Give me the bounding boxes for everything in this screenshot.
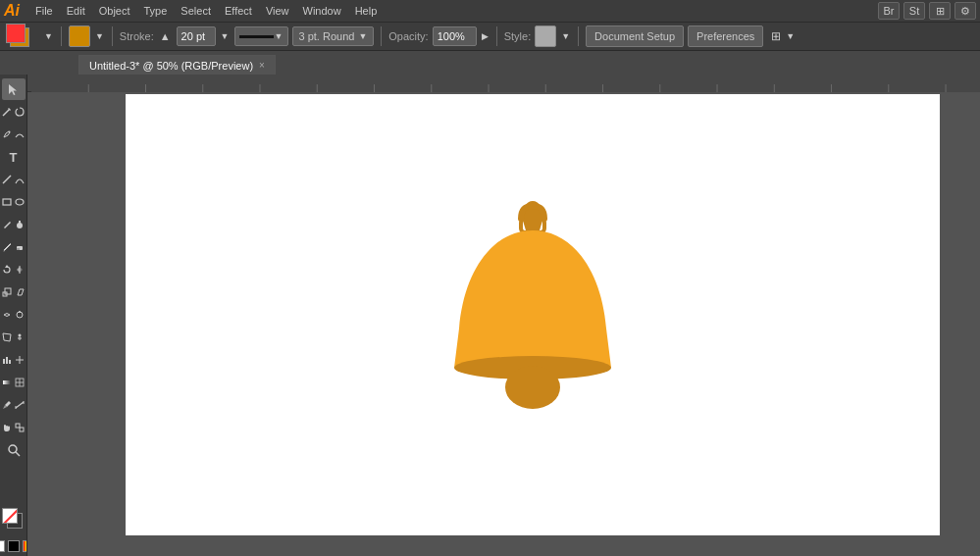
stroke-cap-selector[interactable]: 3 pt. Round ▼ xyxy=(292,26,375,46)
menu-help[interactable]: Help xyxy=(349,3,384,19)
tool-zoom[interactable] xyxy=(2,439,26,461)
style-arrow[interactable]: ▼ xyxy=(560,31,571,41)
stock-icon-btn[interactable]: St xyxy=(903,2,925,20)
tool-eraser[interactable] xyxy=(14,236,26,258)
stroke-value-input[interactable] xyxy=(177,26,216,46)
style-label: Style: xyxy=(504,30,532,42)
tool-pair-pen xyxy=(1,124,26,145)
arrange-icon[interactable]: ⊞ xyxy=(771,29,781,43)
svg-rect-28 xyxy=(3,380,11,384)
stroke-unit-arrow[interactable]: ▼ xyxy=(220,31,231,41)
document-tab[interactable]: Untitled-3* @ 50% (RGB/Preview) × xyxy=(78,55,276,75)
color-mode-row xyxy=(0,540,27,552)
bell-illustration xyxy=(435,191,631,438)
tool-free-distort[interactable] xyxy=(1,327,13,348)
tool-selection[interactable] xyxy=(2,78,26,100)
fill-stroke-swatch-stack[interactable] xyxy=(0,506,27,533)
tool-measure[interactable] xyxy=(14,394,26,416)
none-color-btn[interactable] xyxy=(0,540,5,552)
tool-mesh[interactable] xyxy=(14,372,26,393)
svg-rect-9 xyxy=(17,248,20,250)
tool-puppet-warp[interactable] xyxy=(14,327,26,348)
tool-pair-scale xyxy=(1,281,26,303)
arrange-arrow[interactable]: ▼ xyxy=(785,31,796,41)
color-swatches xyxy=(0,502,26,556)
bridge-icon-btn[interactable]: Br xyxy=(878,2,900,20)
fill-stroke-arrow[interactable]: ▼ xyxy=(43,31,54,41)
tool-type[interactable]: T xyxy=(2,146,26,168)
svg-rect-23 xyxy=(3,359,5,364)
workspace-icon-btn[interactable]: ⊞ xyxy=(929,2,951,20)
fill-stroke-indicator[interactable] xyxy=(6,24,35,49)
tool-graph[interactable] xyxy=(1,349,13,371)
tool-reshape[interactable] xyxy=(14,304,26,326)
opacity-more-btn[interactable]: ▶ xyxy=(481,31,490,41)
svg-marker-10 xyxy=(5,265,9,268)
stroke-up-arrow[interactable]: ▲ xyxy=(158,30,173,42)
svg-point-20 xyxy=(18,334,21,337)
menu-window[interactable]: Window xyxy=(297,3,347,19)
tool-warp[interactable] xyxy=(1,304,13,326)
tool-scale[interactable] xyxy=(1,281,13,303)
tool-pair-selection xyxy=(1,101,26,123)
document-setup-button[interactable]: Document Setup xyxy=(586,25,684,47)
preferences-button[interactable]: Preferences xyxy=(688,25,763,47)
tool-print-tiling[interactable] xyxy=(14,417,26,438)
tool-curvature[interactable] xyxy=(14,124,26,145)
svg-rect-36 xyxy=(20,428,24,431)
tool-blob-brush[interactable] xyxy=(14,214,26,235)
opacity-label: Opacity: xyxy=(388,30,428,42)
divider-5 xyxy=(578,26,579,46)
svg-rect-4 xyxy=(3,199,11,205)
svg-rect-7 xyxy=(19,221,21,225)
tool-pair-gradient xyxy=(1,372,26,393)
tool-ellipse[interactable] xyxy=(14,191,26,213)
stroke-line-selector[interactable]: ▼ xyxy=(234,26,288,46)
tool-reflect[interactable] xyxy=(14,259,26,280)
menu-type[interactable]: Type xyxy=(138,3,174,19)
tool-hand[interactable] xyxy=(1,417,13,438)
menu-edit[interactable]: Edit xyxy=(61,3,91,19)
tab-close-button[interactable]: × xyxy=(259,60,265,71)
tool-shear[interactable] xyxy=(14,281,26,303)
svg-line-39 xyxy=(3,509,18,524)
menu-object[interactable]: Object xyxy=(93,3,136,19)
style-swatch[interactable] xyxy=(535,25,556,47)
tool-magic-wand[interactable] xyxy=(1,101,13,123)
svg-rect-24 xyxy=(6,357,8,364)
search-icon-btn[interactable]: ⚙ xyxy=(954,2,976,20)
svg-line-32 xyxy=(16,402,24,408)
tool-data[interactable] xyxy=(14,349,26,371)
svg-point-2 xyxy=(8,131,10,133)
stroke-label: Stroke: xyxy=(120,30,154,42)
options-toolbar: ▼ ▼ Stroke: ▲ ▼ ▼ 3 pt. Round ▼ Opacity:… xyxy=(0,22,980,51)
divider-3 xyxy=(381,26,382,46)
toolbox: T xyxy=(0,75,27,556)
divider-1 xyxy=(61,26,62,46)
tool-rotate[interactable] xyxy=(1,259,13,280)
black-color-btn[interactable] xyxy=(8,540,20,552)
svg-point-37 xyxy=(9,445,17,453)
tool-gradient[interactable] xyxy=(1,372,13,393)
menu-view[interactable]: View xyxy=(260,3,295,19)
tool-paintbrush[interactable] xyxy=(1,214,13,235)
tool-pair-warp xyxy=(1,304,26,326)
tool-arc[interactable] xyxy=(14,169,26,190)
tool-pencil[interactable] xyxy=(1,236,13,258)
tool-rect[interactable] xyxy=(1,191,13,213)
tool-pair-brush xyxy=(1,214,26,235)
menu-select[interactable]: Select xyxy=(175,3,217,19)
tool-line[interactable] xyxy=(1,169,13,190)
menu-file[interactable]: File xyxy=(29,3,59,19)
opacity-input[interactable] xyxy=(433,26,477,46)
divider-2 xyxy=(112,26,113,46)
tool-lasso[interactable] xyxy=(14,101,26,123)
tool-pen[interactable] xyxy=(1,124,13,145)
menu-effect[interactable]: Effect xyxy=(219,3,258,19)
menu-bar: Ai File Edit Object Type Select Effect V… xyxy=(0,0,980,22)
svg-point-18 xyxy=(19,311,21,313)
stroke-color-arrow[interactable]: ▼ xyxy=(94,31,105,41)
tool-eyedropper[interactable] xyxy=(1,394,13,416)
stroke-color-swatch[interactable] xyxy=(69,25,90,47)
svg-rect-35 xyxy=(16,424,20,428)
